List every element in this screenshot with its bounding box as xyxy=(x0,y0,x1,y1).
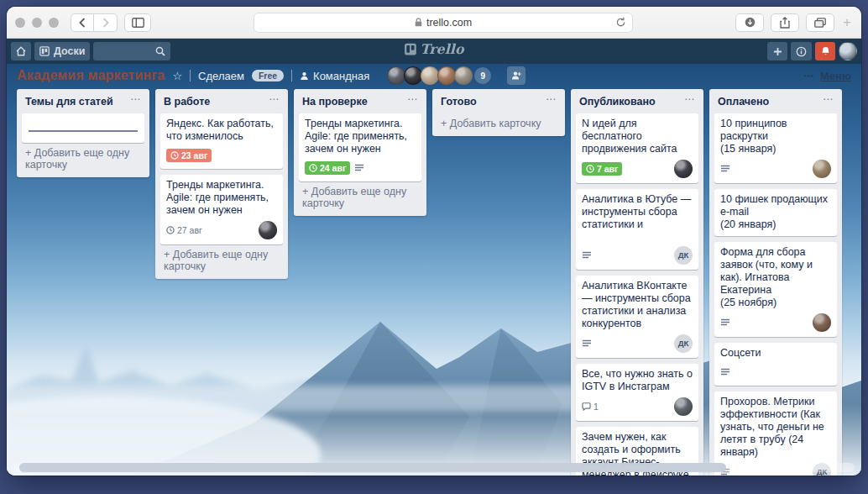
list-menu-icon[interactable]: ⋯ xyxy=(407,96,418,102)
share-icon xyxy=(780,17,790,29)
boards-button[interactable]: Доски xyxy=(34,42,90,60)
close-window-icon[interactable] xyxy=(15,18,25,28)
team-name[interactable]: Сделаем xyxy=(198,70,244,82)
card-badges xyxy=(720,160,831,178)
list-menu-icon[interactable]: ⋯ xyxy=(546,96,557,102)
plan-badge: Free xyxy=(252,70,284,81)
board-canvas: Академия маркетинга ☆ Сделаем Free Коман… xyxy=(7,64,861,476)
window-controls[interactable] xyxy=(15,18,59,28)
add-card-button[interactable]: + Добавить карточку xyxy=(437,113,560,131)
list-title[interactable]: В работе xyxy=(164,96,269,108)
zoom-window-icon[interactable] xyxy=(49,18,59,28)
star-icon[interactable]: ☆ xyxy=(172,70,182,82)
card-title: Все, что нужно знать о IGTV в Инстаграм xyxy=(582,368,693,393)
ellipsis-icon: ⋯ xyxy=(803,70,815,82)
add-card-button[interactable]: + Добавить еще одну карточку xyxy=(160,244,283,274)
member-avatar-2[interactable] xyxy=(404,66,422,85)
home-button[interactable] xyxy=(11,42,31,60)
trello-logo[interactable]: Trello xyxy=(404,41,463,57)
card-member-avatar[interactable]: ДК xyxy=(674,246,693,265)
due-date-badge: 7 авг xyxy=(582,162,622,176)
board-menu-button[interactable]: ⋯ Меню xyxy=(803,70,851,82)
card[interactable]: Тренды маркетинга. Agile: где применять,… xyxy=(160,175,283,244)
notifications-button[interactable] xyxy=(815,42,835,60)
list-title[interactable]: Готово xyxy=(441,96,546,108)
new-tab-button[interactable]: + xyxy=(841,14,853,31)
browser-forward-button[interactable] xyxy=(94,13,118,32)
card-title: Прохоров. Метрики эффективности (Как узн… xyxy=(720,396,831,459)
list-menu-icon[interactable]: ⋯ xyxy=(269,96,280,102)
card-title: 10 фишек продающих e-mail (20 января) xyxy=(720,193,831,231)
card[interactable]: 10 принципов раскрутки (15 января) xyxy=(714,113,837,183)
info-button[interactable] xyxy=(791,42,812,60)
card[interactable]: Форма для сбора заявок (что, кому и как)… xyxy=(714,242,837,337)
card-member-avatar[interactable]: ДК xyxy=(674,334,693,353)
create-button[interactable] xyxy=(767,42,787,60)
card-member-avatar[interactable] xyxy=(674,160,693,178)
member-avatar-4[interactable] xyxy=(437,66,456,85)
card-badges xyxy=(720,364,831,381)
list-title[interactable]: Оплачено xyxy=(718,96,823,108)
scrollbar-thumb[interactable] xyxy=(19,463,726,472)
card-title: Аналитика ВКонтакте — инструменты сбора … xyxy=(582,280,693,330)
refresh-icon[interactable] xyxy=(615,17,626,28)
share-button[interactable] xyxy=(771,13,799,32)
card-badges: ДК xyxy=(582,246,693,265)
list-menu-icon[interactable]: ⋯ xyxy=(684,96,695,102)
due-date-badge: 23 авг xyxy=(166,149,212,163)
address-bar[interactable]: trello.com xyxy=(254,13,633,33)
divider xyxy=(190,70,191,81)
boards-button-label: Доски xyxy=(54,45,85,57)
card-member-avatar[interactable] xyxy=(813,160,831,178)
card-badges: 24 авг xyxy=(305,160,416,176)
card-title: Соцсети xyxy=(720,347,831,360)
description-badge xyxy=(720,368,730,376)
comment-icon xyxy=(582,402,591,411)
board-title[interactable]: Академия маркетинга xyxy=(17,68,165,83)
downloads-button[interactable] xyxy=(735,13,764,32)
card[interactable]: Все, что нужно знать о IGTV в Инстаграм1 xyxy=(576,364,698,421)
card[interactable] xyxy=(22,113,144,143)
card[interactable]: Тренды маркетинга. Agile: где применять,… xyxy=(299,113,421,181)
add-member-button[interactable] xyxy=(507,66,526,85)
trello-logo-icon xyxy=(404,43,416,55)
list-menu-icon[interactable]: ⋯ xyxy=(823,96,834,102)
card[interactable]: 10 фишек продающих e-mail (20 января) xyxy=(714,189,837,236)
member-avatar-1[interactable] xyxy=(387,66,405,85)
card[interactable]: Соцсети xyxy=(714,343,837,386)
download-icon xyxy=(745,17,756,28)
add-card-button[interactable]: + Добавить еще одну карточку xyxy=(299,181,421,211)
card-member-avatar[interactable] xyxy=(813,313,831,332)
browser-toolbar: trello.com + xyxy=(7,7,861,39)
visibility-button[interactable]: Командная xyxy=(300,70,369,82)
card[interactable]: Яндекс. Как работать, что изменилось23 а… xyxy=(160,113,283,169)
user-avatar[interactable] xyxy=(839,42,857,60)
sidebar-icon xyxy=(132,18,144,28)
list-menu-icon[interactable]: ⋯ xyxy=(130,96,141,102)
clock-icon xyxy=(170,151,179,160)
member-avatar-5[interactable] xyxy=(454,66,473,85)
card[interactable]: Аналитика ВКонтакте — инструменты сбора … xyxy=(576,276,698,358)
list-title[interactable]: На проверке xyxy=(302,96,407,108)
list-title[interactable]: Темы для статей xyxy=(25,96,130,108)
list-1: Темы для статей⋯+ Добавить еще одну карт… xyxy=(17,89,149,177)
sidebar-toggle-button[interactable] xyxy=(124,13,151,32)
list-title[interactable]: Опубликовано xyxy=(579,96,684,108)
search-input[interactable] xyxy=(93,42,170,60)
tab-overview-button[interactable] xyxy=(806,13,834,32)
card-member-avatar[interactable] xyxy=(259,221,277,239)
browser-back-button[interactable] xyxy=(71,13,94,32)
member-avatar-3[interactable] xyxy=(421,66,439,85)
url-text: trello.com xyxy=(426,17,472,29)
tabs-icon xyxy=(814,18,826,28)
minimize-window-icon[interactable] xyxy=(32,18,42,28)
home-icon xyxy=(16,46,26,56)
card[interactable]: Аналитика в Ютубе — инструменты сбора ст… xyxy=(576,189,698,270)
add-card-button[interactable]: + Добавить еще одну карточку xyxy=(22,143,144,172)
trello-wordmark: Trello xyxy=(420,41,463,57)
card-member-avatar[interactable] xyxy=(674,397,693,416)
horizontal-scrollbar[interactable] xyxy=(13,463,855,472)
card-title: N идей для бесплатного продвижения сайта xyxy=(582,118,693,155)
card[interactable]: N идей для бесплатного продвижения сайта… xyxy=(576,113,698,183)
members-overflow-count[interactable]: 9 xyxy=(474,67,491,84)
